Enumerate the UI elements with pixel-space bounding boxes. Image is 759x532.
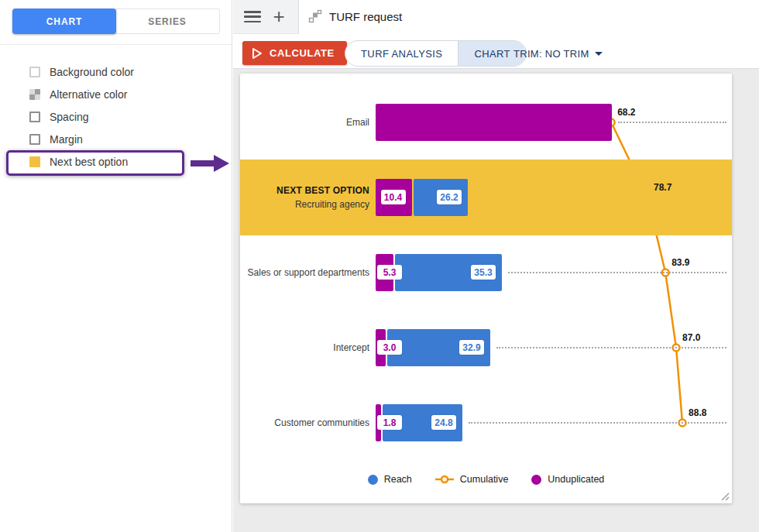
settings-sidebar: CHART SERIES Background color Alternativ…: [0, 0, 232, 532]
option-label: Alternative color: [50, 88, 127, 101]
option-label: Margin: [50, 133, 83, 146]
category-label-text: Customer communities: [274, 417, 369, 429]
tab-series[interactable]: SERIES: [115, 9, 220, 34]
menu-icon[interactable]: [244, 11, 261, 22]
category-label: Sales or support departments: [240, 254, 369, 291]
dotted-gridline: [508, 272, 726, 273]
category-label: NEXT BEST OPTIONRecruiting agency: [240, 179, 369, 216]
cumulative-value-label: 78.7: [654, 182, 671, 193]
calculate-button[interactable]: CALCULATE: [242, 41, 347, 65]
value-label-reach: 32.9: [459, 340, 484, 355]
turf-chart-icon: [308, 9, 322, 23]
category-label-text: Sales or support departments: [248, 267, 369, 279]
category-label: Email: [240, 104, 369, 141]
amber-swatch-icon[interactable]: [29, 156, 40, 167]
category-sublabel-text: Recruiting agency: [295, 199, 369, 210]
resize-handle[interactable]: [720, 492, 730, 501]
checkbox-icon[interactable]: [29, 112, 40, 122]
request-tabstrip: +: [233, 0, 299, 34]
page-title: TURF request: [329, 10, 402, 23]
legend-item-unduplicated[interactable]: Unduplicated: [531, 474, 604, 485]
option-spacing[interactable]: Spacing: [0, 105, 232, 128]
sidebar-divider: [0, 44, 232, 45]
option-background-color[interactable]: Background color: [0, 60, 232, 83]
trim-label: TRIM: NO TRIM: [513, 48, 589, 60]
annotation-arrow-icon: [191, 154, 231, 173]
category-label-text: Email: [346, 117, 369, 129]
sidebar-tab-group: CHART SERIES: [12, 9, 220, 34]
value-label-reach: 24.8: [431, 415, 456, 430]
checker-swatch-icon[interactable]: [29, 89, 40, 100]
checkbox-icon[interactable]: [29, 67, 40, 77]
category-label: Intercept: [240, 329, 369, 366]
option-margin[interactable]: Margin: [0, 128, 232, 150]
legend-item-cumulative[interactable]: Cumulative: [435, 474, 509, 485]
chart-legend: Reach Cumulative Unduplicated: [240, 469, 732, 490]
value-label-reach: 35.3: [471, 265, 496, 280]
option-label: Next best option: [50, 156, 128, 168]
play-icon: [252, 47, 263, 60]
cumulative-value-label: 87.0: [682, 332, 700, 343]
cumulative-value-label: 68.2: [617, 107, 635, 118]
app-window: CHART SERIES Background color Alternativ…: [0, 0, 759, 532]
option-label: Background color: [50, 66, 134, 78]
dotted-gridline: [618, 122, 726, 123]
cumulative-marker-icon: [435, 475, 454, 484]
value-label-unduplicated: 1.8: [377, 415, 402, 430]
chevron-down-icon: [595, 52, 603, 56]
legend-label: Reach: [384, 474, 412, 485]
legend-label: Unduplicated: [548, 474, 604, 485]
dotted-gridline: [496, 347, 726, 348]
trim-dropdown[interactable]: TRIM: NO TRIM: [513, 40, 603, 67]
calculate-label: CALCULATE: [270, 47, 335, 59]
chart-panel: Reach Cumulative Unduplicated Email68.2N…: [240, 74, 732, 503]
value-label-reach: 26.2: [437, 190, 462, 204]
tab-turf-analysis[interactable]: TURF ANALYSIS: [345, 41, 458, 66]
value-label-unduplicated: 3.0: [377, 340, 402, 355]
category-label: Customer communities: [240, 404, 369, 441]
tab-chart[interactable]: CHART: [12, 9, 116, 34]
checkbox-icon[interactable]: [29, 134, 40, 145]
category-label-text: NEXT BEST OPTION: [276, 185, 369, 197]
legend-label: Cumulative: [460, 474, 509, 485]
option-alternative-color[interactable]: Alternative color: [0, 83, 232, 105]
legend-item-reach[interactable]: Reach: [368, 474, 412, 485]
unduplicated-bar[interactable]: [376, 104, 612, 141]
value-label-unduplicated: 10.4: [381, 190, 406, 204]
add-request-button[interactable]: +: [266, 4, 292, 30]
dotted-gridline: [469, 422, 726, 424]
view-tab-group: TURF ANALYSIS CHART: [345, 40, 527, 67]
option-label: Spacing: [50, 111, 89, 123]
category-label-text: Intercept: [333, 342, 369, 354]
reach-marker-icon: [368, 475, 378, 485]
unduplicated-marker-icon: [531, 475, 541, 485]
cumulative-value-label: 88.8: [689, 407, 706, 418]
cumulative-value-label: 83.9: [671, 257, 689, 268]
value-label-unduplicated: 5.3: [377, 265, 402, 280]
main-header: + TURF request CALCULATE TURF ANALYSIS C…: [233, 0, 759, 68]
